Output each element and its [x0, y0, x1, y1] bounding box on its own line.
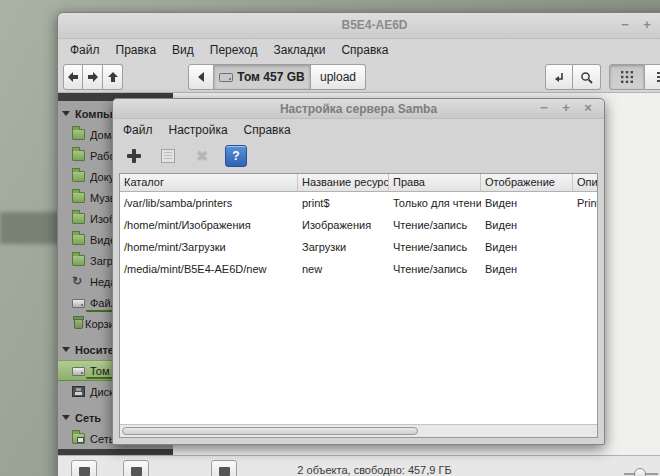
table-row[interactable]: /var/lib/samba/printersprint$Только для …	[120, 192, 597, 214]
documents-folder-icon	[72, 171, 85, 182]
network-icon	[72, 433, 85, 444]
breadcrumb-next-location[interactable]: upload	[311, 64, 366, 90]
sidebar-item-label: Сеть	[90, 433, 114, 445]
chevron-down-icon	[62, 347, 70, 352]
chevron-down-icon	[62, 111, 70, 116]
videos-folder-icon	[72, 234, 85, 245]
properties-icon	[161, 149, 175, 163]
breadcrumb-label: upload	[320, 70, 356, 84]
dialog-titlebar[interactable]: Настройка сервера Samba − + ×	[113, 99, 604, 119]
up-icon	[107, 71, 119, 83]
horizontal-scrollbar[interactable]	[120, 424, 597, 437]
table-row[interactable]: /home/mint/ЗагрузкиЗагрузкиЧтение/запись…	[120, 236, 597, 258]
menu-item-справка[interactable]: Справка	[333, 41, 396, 59]
plus-icon	[127, 149, 141, 163]
back-button[interactable]	[63, 64, 83, 90]
zoom-slider[interactable]	[624, 468, 658, 476]
table-cell: Printer Drivers	[573, 192, 598, 214]
dialog-close-button[interactable]: ×	[580, 100, 596, 116]
breadcrumb-current-location[interactable]: Том 457 GB	[214, 64, 311, 90]
menu-item-файл[interactable]: Файл	[62, 41, 108, 59]
desktop-folder-icon	[72, 150, 85, 161]
dialog-minimize-button[interactable]: −	[536, 100, 552, 116]
back-icon	[67, 71, 79, 83]
column-header[interactable]: Описание	[573, 174, 598, 192]
chevron-left-icon	[197, 72, 205, 82]
forward-button[interactable]	[83, 64, 103, 90]
disk-volume-icon	[219, 72, 233, 83]
dialog-title: Настройка сервера Samba	[113, 102, 604, 116]
forward-icon	[87, 71, 99, 83]
main-toolbar: Том 457 GB upload	[58, 61, 660, 93]
table-cell: /home/mint/Изображения	[120, 214, 298, 236]
table-cell: /media/mint/B5E4-AE6D/new	[120, 258, 298, 280]
minimize-button[interactable]: −	[617, 17, 633, 33]
table-cell: Изображения	[298, 214, 389, 236]
table-cell: Виден	[481, 258, 573, 280]
samba-server-settings-dialog: Настройка сервера Samba − + × ФайлНастро…	[112, 98, 605, 445]
table-cell: /var/lib/samba/printers	[120, 192, 298, 214]
menu-item-настройка[interactable]: Настройка	[161, 121, 236, 139]
chevron-down-icon	[62, 415, 70, 420]
help-icon: ?	[232, 149, 239, 163]
desktop: B5E4-AE6D − + ФайлПравкаВидПереходЗаклад…	[0, 0, 660, 476]
table-cell: new	[298, 258, 389, 280]
table-cell: Чтение/запись	[389, 236, 481, 258]
home-folder-icon	[72, 129, 85, 140]
scrollbar-thumb[interactable]	[122, 427, 418, 435]
share-properties-button[interactable]	[157, 145, 179, 167]
menu-item-правка[interactable]: Правка	[108, 41, 165, 59]
column-header[interactable]: Каталог	[120, 174, 298, 192]
table-cell: Только для чтения	[389, 192, 481, 214]
statusbar: 2 объекта, свободно: 457,9 ГБ	[58, 455, 660, 476]
downloads-folder-icon	[72, 255, 85, 266]
main-menubar: ФайлПравкаВидПереходЗакладкиСправка	[62, 39, 660, 61]
breadcrumb-label: Том 457 GB	[237, 70, 304, 84]
music-folder-icon	[72, 192, 85, 203]
enter-location-icon	[553, 71, 565, 83]
list-view-button[interactable]	[645, 64, 660, 90]
icon-view-button[interactable]	[609, 64, 645, 90]
table-cell: /home/mint/Загрузки	[120, 236, 298, 258]
titlebar[interactable]: B5E4-AE6D − +	[58, 13, 660, 39]
menu-item-переход[interactable]: Переход	[202, 41, 266, 59]
table-cell: Виден	[481, 192, 573, 214]
menu-item-справка[interactable]: Справка	[236, 121, 299, 139]
filesystem-icon	[72, 299, 85, 308]
status-text: 2 объекта, свободно: 457,9 ГБ	[58, 464, 660, 476]
add-share-button[interactable]	[123, 145, 145, 167]
column-header[interactable]: Отображение	[481, 174, 573, 192]
grid-view-icon	[621, 71, 633, 83]
delete-share-button[interactable]: ✖	[191, 145, 213, 167]
toggle-location-entry-button[interactable]	[545, 64, 573, 90]
trash-icon	[74, 318, 83, 329]
dialog-toolbar: ✖ ?	[113, 141, 604, 171]
column-header[interactable]: Название ресурса	[298, 174, 389, 192]
disk-icon	[72, 367, 85, 376]
dialog-maximize-button[interactable]: +	[558, 100, 574, 116]
sidebar-section-label: Сеть	[75, 412, 101, 424]
list-view-icon	[657, 71, 660, 83]
table-row[interactable]: /home/mint/ИзображенияИзображенияЧтение/…	[120, 214, 597, 236]
search-button[interactable]	[573, 64, 601, 90]
up-button[interactable]	[103, 64, 123, 90]
maximize-button[interactable]: +	[639, 17, 655, 33]
table-row[interactable]: /media/mint/B5E4-AE6D/newnewЧтение/запис…	[120, 258, 597, 280]
table-cell	[573, 236, 598, 258]
zoom-slider-knob[interactable]	[634, 468, 646, 476]
breadcrumb-scroll-left-button[interactable]	[188, 64, 214, 90]
search-icon	[580, 71, 593, 84]
table-cell: print$	[298, 192, 389, 214]
table-cell: Чтение/запись	[389, 258, 481, 280]
table-cell	[573, 258, 598, 280]
menu-item-закладки[interactable]: Закладки	[265, 41, 333, 59]
dialog-menubar: ФайлНастройкаСправка	[115, 119, 604, 141]
column-header[interactable]: Права	[389, 174, 481, 192]
help-button[interactable]: ?	[225, 145, 247, 167]
recent-icon	[72, 276, 85, 287]
window-title: B5E4-AE6D	[58, 18, 660, 32]
menu-item-вид[interactable]: Вид	[164, 41, 202, 59]
menu-item-файл[interactable]: Файл	[115, 121, 161, 139]
floppy-icon	[72, 386, 85, 397]
table-cell	[573, 214, 598, 236]
